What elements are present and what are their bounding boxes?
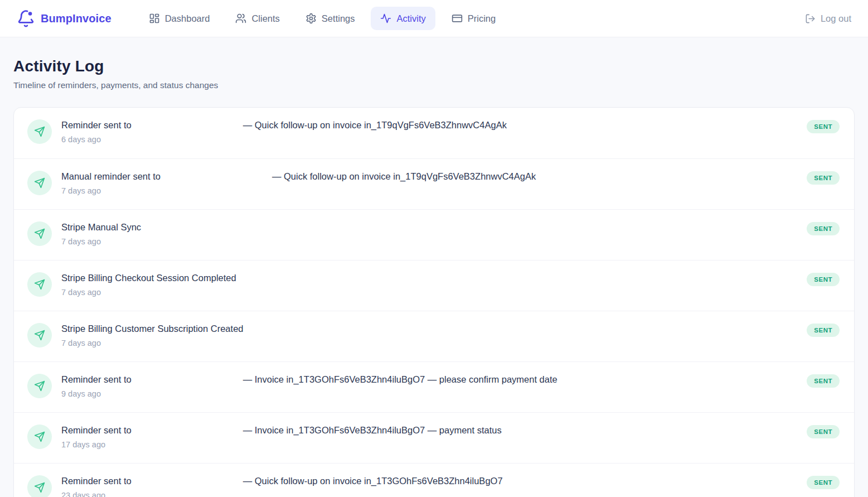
nav-item-label: Activity xyxy=(396,13,425,24)
bell-dot-icon xyxy=(17,9,35,28)
logout-label: Log out xyxy=(821,13,851,24)
logout-button[interactable]: Log out xyxy=(805,13,851,24)
activity-row: Reminder sent to — Invoice in_1T3GOhFs6V… xyxy=(14,412,854,463)
activity-row-title: Reminder sent to — Invoice in_1T3GOhFs6V… xyxy=(61,425,502,436)
activity-row-main: Stripe Billing Checkout Session Complete… xyxy=(61,272,236,297)
send-icon-circle xyxy=(27,221,52,246)
send-icon xyxy=(34,177,45,189)
send-icon-circle xyxy=(27,171,52,195)
activity-row: Stripe Billing Customer Subscription Cre… xyxy=(14,311,854,361)
activity-row-main: Reminder sent to — Invoice in_1T3GOhFs6V… xyxy=(61,374,557,398)
nav-item-dashboard[interactable]: Dashboard xyxy=(139,7,220,30)
activity-log-card: Reminder sent to — Quick follow-up on in… xyxy=(13,107,855,497)
credit-card-icon xyxy=(452,13,463,24)
activity-page: Activity Log Timeline of reminders, paym… xyxy=(0,57,868,497)
activity-timestamp: 7 days ago xyxy=(61,186,536,195)
activity-title-prefix: Stripe Billing Checkout Session Complete… xyxy=(61,273,236,283)
activity-title-prefix: Reminder sent to xyxy=(61,374,132,385)
send-icon-circle xyxy=(27,272,52,297)
activity-row-title: Reminder sent to — Quick follow-up on in… xyxy=(61,120,507,131)
logout-icon xyxy=(805,13,816,24)
status-badge: SENT xyxy=(807,476,840,489)
activity-title-prefix: Manual reminder sent to xyxy=(61,171,161,182)
activity-row: Stripe Billing Checkout Session Complete… xyxy=(14,260,854,311)
activity-timestamp: 6 days ago xyxy=(61,135,507,144)
activity-row-main: Reminder sent to — Quick follow-up on in… xyxy=(61,119,507,144)
nav-item-pricing[interactable]: Pricing xyxy=(442,7,505,30)
activity-row: Stripe Manual Sync 7 days ago SENT xyxy=(14,209,854,260)
activity-row: Reminder sent to — Quick follow-up on in… xyxy=(14,108,854,158)
activity-row-title: Manual reminder sent to — Quick follow-u… xyxy=(61,171,536,182)
activity-icon xyxy=(380,13,391,24)
nav-item-label: Settings xyxy=(322,13,355,24)
send-icon xyxy=(34,330,45,341)
brand-logo[interactable]: BumpInvoice xyxy=(17,9,111,28)
send-icon xyxy=(34,279,45,290)
send-icon-circle xyxy=(27,119,52,144)
nav-item-label: Pricing xyxy=(468,13,496,24)
status-badge: SENT xyxy=(807,273,840,286)
activity-title-prefix: Reminder sent to xyxy=(61,425,132,436)
send-icon-circle xyxy=(27,475,52,497)
send-icon xyxy=(34,431,45,442)
activity-message: — Quick follow-up on invoice in_1T3GOhFs… xyxy=(243,476,503,486)
activity-row-title: Stripe Manual Sync xyxy=(61,222,141,233)
main-nav: Dashboard Clients Settings Activity Pric… xyxy=(139,7,506,30)
nav-item-label: Dashboard xyxy=(165,13,210,24)
activity-row: Manual reminder sent to — Quick follow-u… xyxy=(14,158,854,209)
activity-message: — Invoice in_1T3GOhFs6VeB3Zhn4iluBgO7 — … xyxy=(243,425,502,436)
nav-item-clients[interactable]: Clients xyxy=(226,7,289,30)
activity-row-main: Stripe Manual Sync 7 days ago xyxy=(61,221,141,246)
activity-timestamp: 7 days ago xyxy=(61,339,243,348)
nav-item-label: Clients xyxy=(251,13,279,24)
activity-message: — Invoice in_1T3GOhFs6VeB3Zhn4iluBgO7 — … xyxy=(243,374,557,385)
activity-row-title: Stripe Billing Customer Subscription Cre… xyxy=(61,324,243,334)
activity-row-title: Stripe Billing Checkout Session Complete… xyxy=(61,273,236,283)
users-icon xyxy=(235,13,246,24)
activity-row-main: Reminder sent to — Quick follow-up on in… xyxy=(61,475,503,497)
brand-name: BumpInvoice xyxy=(41,12,111,25)
activity-timestamp: 7 days ago xyxy=(61,288,236,297)
app-header: BumpInvoice Dashboard Clients Settings A… xyxy=(0,0,868,37)
activity-message: — Quick follow-up on invoice in_1T9qVgFs… xyxy=(272,171,536,182)
status-badge: SENT xyxy=(807,171,840,185)
activity-row-main: Stripe Billing Customer Subscription Cre… xyxy=(61,323,243,348)
dashboard-icon xyxy=(149,13,160,24)
activity-timestamp: 17 days ago xyxy=(61,440,502,449)
send-icon-circle xyxy=(27,374,52,398)
activity-timestamp: 9 days ago xyxy=(61,389,557,398)
activity-title-prefix: Reminder sent to xyxy=(61,120,132,131)
activity-row-main: Reminder sent to — Invoice in_1T3GOhFs6V… xyxy=(61,424,502,449)
send-icon-circle xyxy=(27,323,52,348)
status-badge: SENT xyxy=(807,425,840,438)
activity-row: Reminder sent to — Invoice in_1T3GOhFs6V… xyxy=(14,361,854,412)
send-icon-circle xyxy=(27,424,52,449)
nav-item-activity[interactable]: Activity xyxy=(371,7,435,30)
activity-row-main: Manual reminder sent to — Quick follow-u… xyxy=(61,171,536,195)
activity-message: — Quick follow-up on invoice in_1T9qVgFs… xyxy=(243,120,507,131)
page-title: Activity Log xyxy=(13,57,855,75)
status-badge: SENT xyxy=(807,374,840,388)
send-icon xyxy=(34,380,45,392)
activity-timestamp: 23 days ago xyxy=(61,491,503,497)
activity-row-title: Reminder sent to — Invoice in_1T3GOhFs6V… xyxy=(61,374,557,385)
send-icon xyxy=(34,228,45,239)
activity-row: Reminder sent to — Quick follow-up on in… xyxy=(14,463,854,497)
activity-row-title: Reminder sent to — Quick follow-up on in… xyxy=(61,476,503,486)
activity-title-prefix: Stripe Billing Customer Subscription Cre… xyxy=(61,324,243,334)
send-icon xyxy=(34,482,45,493)
nav-item-settings[interactable]: Settings xyxy=(296,7,365,30)
send-icon xyxy=(34,126,45,137)
status-badge: SENT xyxy=(807,120,840,133)
activity-timestamp: 7 days ago xyxy=(61,237,141,246)
status-badge: SENT xyxy=(807,222,840,235)
page-subtitle: Timeline of reminders, payments, and sta… xyxy=(13,80,855,90)
gear-icon xyxy=(306,13,317,24)
activity-title-prefix: Reminder sent to xyxy=(61,476,132,486)
status-badge: SENT xyxy=(807,324,840,337)
activity-title-prefix: Stripe Manual Sync xyxy=(61,222,141,233)
